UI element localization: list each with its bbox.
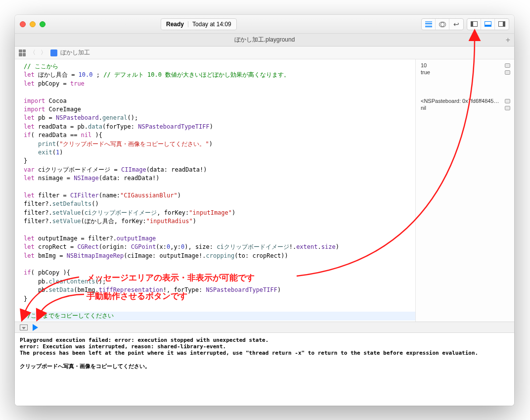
result-row[interactable]: nil (421, 105, 510, 111)
console-output[interactable]: Playground execution failed: error: exec… (15, 332, 514, 406)
panel-toggle-segment[interactable] (467, 18, 509, 30)
result-value: <NSPasteboard: 0x7fd6ff48452... (421, 98, 500, 104)
titlebar: Ready Today at 14:09 ↩︎ (15, 15, 514, 34)
close-button[interactable] (20, 21, 26, 27)
playground-file-icon (50, 49, 57, 56)
quick-look-icon[interactable] (505, 106, 510, 110)
activity-status: Ready Today at 14:09 (161, 18, 237, 30)
standard-editor-icon[interactable] (422, 19, 436, 30)
source-editor[interactable]: // ここから let ぼかし具合 = 10.0 ; // デフォルト 10.0… (15, 59, 415, 322)
result-value: nil (421, 105, 426, 111)
toggle-utilities-icon[interactable] (495, 19, 509, 30)
debug-bar (15, 322, 514, 332)
status-state: Ready (166, 21, 184, 28)
minimize-button[interactable] (30, 21, 36, 27)
toggle-debug-area-icon[interactable] (481, 19, 495, 30)
result-row[interactable]: 10 (421, 62, 510, 68)
result-row[interactable]: true (421, 69, 510, 75)
tab-bar: ぼかし加工.playground + (15, 34, 514, 47)
quick-look-icon[interactable] (505, 99, 510, 103)
jump-bar: 〈 〉 ぼかし加工 (15, 47, 514, 59)
jump-file-name[interactable]: ぼかし加工 (60, 48, 90, 57)
assistant-editor-icon[interactable] (436, 19, 449, 30)
toggle-navigator-icon[interactable] (467, 19, 481, 30)
new-tab-button[interactable]: + (506, 36, 510, 45)
forward-button[interactable]: 〉 (40, 48, 47, 57)
run-button[interactable] (33, 324, 38, 331)
quick-look-icon[interactable] (505, 70, 510, 75)
results-sidebar: 10 true <NSPasteboard: 0x7fd6ff48452... … (415, 59, 514, 322)
tab-title[interactable]: ぼかし加工.playground (234, 36, 295, 44)
result-row[interactable]: <NSPasteboard: 0x7fd6ff48452... (421, 98, 510, 104)
version-editor-icon[interactable]: ↩︎ (449, 19, 463, 30)
status-time: Today at 14:09 (192, 21, 231, 28)
quick-look-icon[interactable] (505, 63, 510, 68)
debug-menu-icon[interactable] (20, 325, 28, 330)
separator (188, 21, 188, 27)
main-area: // ここから let ぼかし具合 = 10.0 ; // デフォルト 10.0… (15, 59, 514, 322)
editor-mode-segment[interactable]: ↩︎ (421, 18, 464, 30)
xcode-window: Ready Today at 14:09 ↩︎ ぼかし加工.playground… (15, 15, 514, 406)
result-value: true (421, 69, 430, 75)
related-items-icon[interactable] (19, 49, 26, 56)
zoom-button[interactable] (40, 21, 45, 27)
back-button[interactable]: 〈 (29, 48, 37, 57)
traffic-lights (20, 21, 45, 27)
result-value: 10 (421, 62, 427, 68)
toolbar-right: ↩︎ (421, 18, 509, 30)
